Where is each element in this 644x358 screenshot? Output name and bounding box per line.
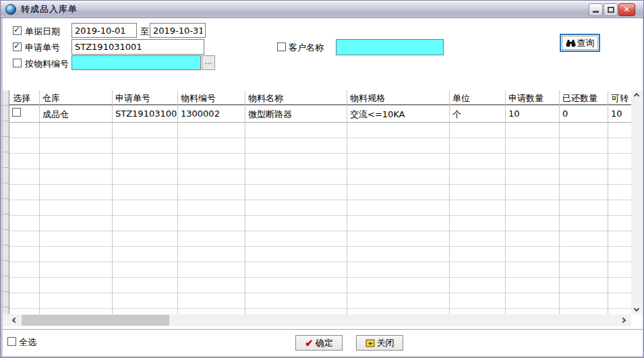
scroll-up-button[interactable] (631, 90, 642, 101)
horizontal-scrollbar-thumb[interactable] (22, 315, 169, 326)
chevron-down-icon (634, 306, 639, 311)
date-to-label: 至 (140, 26, 149, 38)
material-browse-button[interactable]: ... (202, 55, 215, 70)
cell-qty-returned: 0 (559, 105, 608, 122)
footer-divider (3, 329, 643, 330)
customer-checkbox[interactable] (277, 42, 286, 51)
red-check-icon: ✔ (305, 340, 314, 347)
exit-folder-icon (365, 339, 375, 347)
date-filter-label: 单据日期 (25, 26, 60, 38)
customer-input[interactable] (336, 39, 444, 55)
grid-header: 选择 仓库 申请单号 物料编号 物料名称 物料规格 单位 申请数量 已还数量 可… (3, 90, 631, 105)
minimize-icon (593, 11, 599, 13)
col-header-material-no[interactable]: 物料编号 (177, 90, 245, 105)
material-no-checkbox[interactable] (13, 59, 22, 67)
titlebar[interactable]: 转成品入库单 ✕ (1, 1, 644, 18)
scroll-left-button[interactable] (8, 314, 22, 326)
col-header-material-name[interactable]: 物料名称 (245, 90, 347, 105)
material-no-label: 按物料编号 (25, 58, 69, 70)
scroll-right-button[interactable] (616, 314, 630, 326)
cell-qty-transferable: 10 (608, 105, 631, 122)
vertical-scrollbar[interactable] (631, 90, 642, 314)
close-dialog-button[interactable]: 关闭 (356, 335, 403, 351)
customer-label: 客户名称 (289, 42, 324, 54)
col-header-request-no[interactable]: 申请单号 (112, 90, 177, 105)
cell-material-name: 微型断路器 (245, 105, 347, 122)
maximize-button[interactable] (604, 3, 618, 16)
globe-icon (5, 4, 16, 15)
minimize-button[interactable] (589, 3, 603, 16)
select-all-checkbox[interactable] (7, 337, 16, 346)
table-row[interactable]: 成品仓 STZ191031001 1300002 微型断路器 交流<=10KA … (3, 105, 631, 123)
material-no-input[interactable] (71, 55, 201, 70)
cell-request-no: STZ191031001 (112, 105, 177, 122)
date-filter-checkbox[interactable] (13, 26, 22, 35)
date-to-input[interactable] (150, 23, 206, 38)
horizontal-scrollbar[interactable] (3, 314, 631, 326)
scroll-down-button[interactable] (631, 303, 642, 314)
grid-indicator-column (3, 90, 9, 314)
chevron-up-icon (634, 93, 639, 98)
request-no-input[interactable] (71, 39, 204, 55)
client-area: 单据日期 至 申请单号 按物料编号 ... 客户名称 查询 选择 (3, 18, 643, 356)
request-no-checkbox[interactable] (13, 42, 22, 51)
date-from-input[interactable] (71, 23, 137, 38)
grid-empty-rows (3, 123, 631, 314)
query-button[interactable]: 查询 (560, 34, 600, 52)
request-no-label: 申请单号 (25, 42, 60, 54)
query-button-label: 查询 (577, 37, 595, 49)
dialog-window: 转成品入库单 ✕ 单据日期 至 申请单号 按物料编号 ... 客户名称 (0, 0, 644, 358)
cell-spec: 交流<=10KA (347, 105, 449, 122)
col-header-warehouse[interactable]: 仓库 (39, 90, 112, 105)
chevron-left-icon (12, 318, 18, 323)
maximize-icon (608, 7, 614, 13)
close-dialog-button-label: 关闭 (377, 337, 394, 349)
cell-warehouse: 成品仓 (39, 105, 112, 122)
cell-qty-requested: 10 (505, 105, 559, 122)
col-header-select[interactable]: 选择 (9, 90, 39, 105)
window-title: 转成品入库单 (21, 3, 78, 16)
col-header-qty-transferable[interactable]: 可转 (608, 90, 631, 105)
cell-material-no: 1300002 (177, 105, 245, 122)
col-header-qty-requested[interactable]: 申请数量 (505, 90, 559, 105)
select-all-label: 全选 (19, 336, 36, 349)
ok-button-label: 确定 (316, 337, 333, 349)
col-header-qty-returned[interactable]: 已还数量 (559, 90, 608, 105)
close-button[interactable]: ✕ (618, 3, 635, 16)
binoculars-icon (566, 39, 576, 47)
close-icon: ✕ (623, 5, 630, 14)
row-select-checkbox[interactable] (12, 108, 21, 117)
chevron-right-icon (620, 318, 626, 323)
col-header-unit[interactable]: 单位 (449, 90, 505, 105)
cell-unit: 个 (449, 105, 505, 122)
col-header-spec[interactable]: 物料规格 (347, 90, 449, 105)
ok-button[interactable]: ✔ 确定 (295, 335, 343, 351)
